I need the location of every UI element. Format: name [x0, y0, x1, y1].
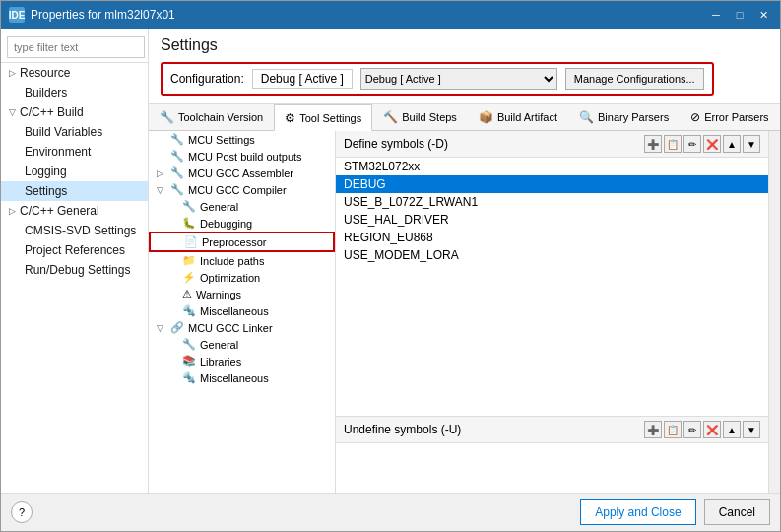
- tab-label: Build Artifact: [497, 111, 557, 123]
- config-select[interactable]: Debug [ Active ] Release: [360, 68, 557, 90]
- define-value: STM32L072xx: [344, 160, 420, 173]
- sidebar-item-build-variables[interactable]: Build Variables: [1, 122, 148, 142]
- tree-label: General: [200, 339, 238, 351]
- tab-tool-settings[interactable]: ⚙ Tool Settings: [274, 104, 372, 131]
- move-up-define-button[interactable]: ▲: [723, 135, 741, 153]
- tab-binary-parsers[interactable]: 🔍 Binary Parsers: [568, 104, 680, 130]
- define-item-region[interactable]: REGION_EU868: [336, 229, 768, 246]
- tree-item-preprocessor[interactable]: 📄 Preprocessor: [149, 232, 335, 252]
- window-title: Properties for mlm32l07x01: [31, 8, 701, 22]
- tree-label: Optimization: [200, 272, 260, 284]
- copy-undef-button[interactable]: 📋: [664, 421, 682, 438]
- debugging-icon: 🐛: [182, 217, 196, 230]
- help-button[interactable]: ?: [11, 501, 33, 523]
- general-linker-icon: 🔧: [182, 338, 196, 351]
- sidebar-label: Project References: [25, 243, 125, 257]
- copy-define-button[interactable]: 📋: [664, 135, 682, 153]
- move-down-define-button[interactable]: ▼: [743, 135, 760, 153]
- undef-section: Undefine symbols (-U) ➕ 📋 ✏ ❌ ▲ ▼: [336, 416, 768, 493]
- tree-label: MCU Settings: [188, 134, 255, 146]
- sidebar-item-project-references[interactable]: Project References: [1, 240, 148, 260]
- sidebar-item-resource[interactable]: ▷ Resource: [1, 63, 148, 83]
- include-paths-icon: 📁: [182, 254, 196, 267]
- define-item-use-b[interactable]: USE_B_L072Z_LRWAN1: [336, 193, 768, 211]
- define-value: USE_MODEM_LORA: [344, 248, 459, 262]
- scrollbar[interactable]: [768, 131, 780, 493]
- add-undef-button[interactable]: ➕: [644, 421, 662, 438]
- sidebar-item-settings[interactable]: Settings: [1, 181, 148, 201]
- tree-arrow: ▷: [157, 168, 166, 178]
- mcu-post-build-icon: 🔧: [170, 150, 184, 163]
- tree-item-mcu-gcc-linker[interactable]: ▽ 🔗 MCU GCC Linker: [149, 319, 335, 336]
- tree-item-mcu-gcc-compiler[interactable]: ▽ 🔧 MCU GCC Compiler: [149, 181, 335, 198]
- sidebar-label: Builders: [25, 86, 67, 100]
- define-item-stm32[interactable]: STM32L072xx: [336, 158, 768, 175]
- delete-define-button[interactable]: ❌: [703, 135, 721, 153]
- filter-bar: [1, 33, 148, 63]
- build-artifact-icon: 📦: [479, 110, 493, 124]
- config-value: Debug [ Active ]: [252, 69, 353, 89]
- edit-define-button[interactable]: ✏: [683, 135, 701, 153]
- expand-arrow: ▽: [9, 107, 16, 117]
- minimize-button[interactable]: ─: [707, 6, 725, 24]
- preprocessor-icon: 📄: [184, 235, 198, 248]
- undef-tools: ➕ 📋 ✏ ❌ ▲ ▼: [644, 421, 760, 438]
- tree-item-debugging[interactable]: 🐛 Debugging: [149, 215, 335, 232]
- tree-item-mcu-settings[interactable]: 🔧 MCU Settings: [149, 131, 335, 148]
- move-up-undef-button[interactable]: ▲: [723, 421, 741, 438]
- tree-item-warnings[interactable]: ⚠ Warnings: [149, 286, 335, 302]
- apply-close-button[interactable]: Apply and Close: [580, 499, 695, 525]
- tree-item-include-paths[interactable]: 📁 Include paths: [149, 252, 335, 269]
- settings-title: Settings: [161, 36, 768, 54]
- edit-undef-button[interactable]: ✏: [683, 421, 701, 438]
- app-icon: IDE: [9, 7, 25, 23]
- binary-parsers-icon: 🔍: [579, 110, 594, 124]
- sidebar-item-builders[interactable]: Builders: [1, 83, 148, 102]
- define-value: USE_B_L072Z_LRWAN1: [344, 195, 478, 209]
- misc-linker-icon: 🔩: [182, 371, 196, 384]
- sidebar-item-cmsis-svd[interactable]: CMSIS-SVD Settings: [1, 221, 148, 240]
- tab-toolchain-version[interactable]: 🔧 Toolchain Version: [149, 104, 274, 130]
- define-value: USE_HAL_DRIVER: [344, 213, 449, 227]
- error-parsers-icon: ⊘: [690, 110, 700, 124]
- tab-build-artifact[interactable]: 📦 Build Artifact: [468, 104, 568, 130]
- add-define-button[interactable]: ➕: [644, 135, 662, 153]
- sidebar-item-cpp-build[interactable]: ▽ C/C++ Build: [1, 102, 148, 122]
- sidebar-label: Build Variables: [25, 125, 102, 139]
- close-button[interactable]: ✕: [754, 6, 772, 24]
- expand-arrow: ▷: [9, 206, 16, 216]
- sidebar-item-run-debug[interactable]: Run/Debug Settings: [1, 260, 148, 280]
- tab-build-steps[interactable]: 🔨 Build Steps: [372, 104, 468, 130]
- tree-item-optimization[interactable]: ⚡ Optimization: [149, 269, 335, 286]
- define-title: Define symbols (-D): [344, 137, 448, 151]
- tree-item-general-linker[interactable]: 🔧 General: [149, 336, 335, 353]
- tree-item-general[interactable]: 🔧 General: [149, 198, 335, 215]
- move-down-undef-button[interactable]: ▼: [743, 421, 760, 438]
- delete-undef-button[interactable]: ❌: [703, 421, 721, 438]
- optimization-icon: ⚡: [182, 271, 196, 284]
- tree-item-mcu-gcc-assembler[interactable]: ▷ 🔧 MCU GCC Assembler: [149, 165, 335, 181]
- sidebar-label: Run/Debug Settings: [25, 263, 130, 277]
- maximize-button[interactable]: □: [731, 6, 748, 24]
- tree-label: Preprocessor: [202, 236, 266, 248]
- tree-item-libraries[interactable]: 📚 Libraries: [149, 353, 335, 369]
- tree-item-mcu-post-build[interactable]: 🔧 MCU Post build outputs: [149, 148, 335, 165]
- tree-item-miscellaneous[interactable]: 🔩 Miscellaneous: [149, 302, 335, 319]
- define-item-debug[interactable]: DEBUG: [336, 175, 768, 193]
- manage-configurations-button[interactable]: Manage Configurations...: [565, 68, 704, 90]
- cancel-button[interactable]: Cancel: [704, 499, 770, 525]
- tree-label: MCU Post build outputs: [188, 151, 302, 163]
- tab-error-parsers[interactable]: ⊘ Error Parsers: [680, 104, 779, 130]
- sidebar-item-cpp-general[interactable]: ▷ C/C++ General: [1, 201, 148, 221]
- sidebar-item-environment[interactable]: Environment: [1, 142, 148, 162]
- titlebar: IDE Properties for mlm32l07x01 ─ □ ✕: [1, 1, 780, 29]
- tree-arrow: ▽: [157, 323, 166, 333]
- define-item-use-hal[interactable]: USE_HAL_DRIVER: [336, 211, 768, 229]
- config-label: Configuration:: [170, 72, 244, 86]
- tree-item-misc-linker[interactable]: 🔩 Miscellaneous: [149, 369, 335, 386]
- build-steps-icon: 🔨: [383, 110, 398, 124]
- sidebar-item-logging[interactable]: Logging: [1, 162, 148, 181]
- undef-title: Undefine symbols (-U): [344, 423, 461, 436]
- define-item-use-modem[interactable]: USE_MODEM_LORA: [336, 246, 768, 264]
- filter-input[interactable]: [7, 36, 145, 58]
